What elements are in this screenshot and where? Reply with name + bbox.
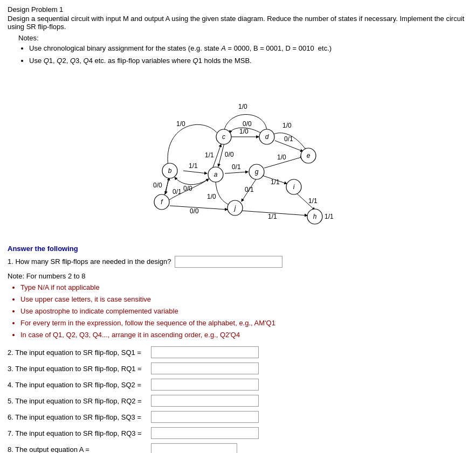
note2-item-5: In case of Q1, Q2, Q3, Q4..., arrange it… <box>20 329 468 341</box>
svg-text:1/0: 1/0 <box>277 154 286 161</box>
svg-line-3 <box>213 144 221 168</box>
question-8-label: 8. The output equation A = <box>8 445 148 453</box>
question-4-row: 4. The input equation to SR flip-flop, S… <box>8 379 468 391</box>
svg-text:g: g <box>254 168 258 176</box>
question-8-input[interactable] <box>151 443 237 453</box>
question-7-input[interactable] <box>151 427 259 439</box>
svg-text:1/0: 1/0 <box>282 122 292 129</box>
svg-text:b: b <box>168 167 171 175</box>
svg-text:a: a <box>213 171 217 178</box>
note-item-2: Use Q1, Q2, Q3, Q4 etc. as flip-flop var… <box>29 55 468 67</box>
svg-text:0/0: 0/0 <box>225 151 234 158</box>
note-item-1: Use chronological binary assignment for … <box>29 43 468 54</box>
question-2-input[interactable] <box>151 346 259 358</box>
note-section: Note: For numbers 2 to 8 Type N/A if not… <box>8 272 468 341</box>
question-8-row: 8. The output equation A = <box>8 443 468 453</box>
svg-line-0 <box>183 171 207 173</box>
note2-item-1: Type N/A if not applicable <box>20 282 468 294</box>
question-3-input[interactable] <box>151 363 259 374</box>
question-6-input[interactable] <box>151 411 259 423</box>
question-4-label: 4. The input equation to SR flip-flop, S… <box>8 381 148 389</box>
question-5-input[interactable] <box>151 395 259 407</box>
problem-description: Design a sequential circuit with input M… <box>8 15 468 31</box>
question-6-row: 6. The input equation to SR flip-flop, S… <box>8 411 468 423</box>
svg-text:e: e <box>306 152 310 159</box>
question-3-label: 3. The input equation to SR flip-flop, R… <box>8 365 148 373</box>
question-2-label: 2. The input equation to SR flip-flop, S… <box>8 349 148 357</box>
question-1-label: 1. How many SR flip-flops are needed in … <box>8 257 171 266</box>
svg-text:1/0: 1/0 <box>238 103 247 110</box>
question-2-row: 2. The input equation to SR flip-flop, S… <box>8 346 468 358</box>
notes-title: Notes: <box>18 34 468 42</box>
svg-text:1/1: 1/1 <box>271 178 280 186</box>
svg-text:0/1: 0/1 <box>232 163 241 171</box>
svg-line-13 <box>225 172 248 173</box>
question-6-label: 6. The input equation to SR flip-flop, S… <box>8 413 148 421</box>
svg-text:c: c <box>222 133 225 141</box>
state-diagram: 1/1 0/0 1/1 0/0 1/0 0/0 0/1 1/0 0/1 1/0 <box>8 72 468 239</box>
answer-heading: Answer the following <box>8 245 468 253</box>
question-5-label: 5. The input equation to SR flip-flop, R… <box>8 397 148 405</box>
svg-text:0/0: 0/0 <box>153 182 162 189</box>
question-5-row: 5. The input equation to SR flip-flop, R… <box>8 395 468 407</box>
problem-title: Design Problem 1 <box>8 5 468 13</box>
svg-text:1/0: 1/0 <box>239 128 249 135</box>
svg-text:1/1: 1/1 <box>268 213 277 220</box>
question-4-input[interactable] <box>151 379 259 391</box>
svg-text:0/1: 0/1 <box>245 186 254 193</box>
svg-text:h: h <box>313 213 316 220</box>
question-1-input[interactable] <box>175 256 282 268</box>
question-3-row: 3. The input equation to SR flip-flop, R… <box>8 363 468 374</box>
question-7-label: 7. The input equation to SR flip-flop, R… <box>8 429 148 437</box>
svg-text:1/0: 1/0 <box>207 193 216 200</box>
question-7-row: 7. The input equation to SR flip-flop, R… <box>8 427 468 439</box>
svg-text:0/1: 0/1 <box>173 188 182 196</box>
svg-text:i: i <box>293 183 294 191</box>
note-title: Note: For numbers 2 to 8 <box>8 272 468 280</box>
svg-text:1/1: 1/1 <box>308 197 318 205</box>
note2-item-2: Use upper case letters, it is case sensi… <box>20 294 468 305</box>
svg-line-5 <box>218 143 224 166</box>
svg-text:1/0: 1/0 <box>176 120 185 128</box>
svg-text:1/1: 1/1 <box>325 213 334 220</box>
svg-text:d: d <box>265 133 268 141</box>
svg-text:0/0: 0/0 <box>190 207 199 215</box>
svg-text:1/1: 1/1 <box>205 151 214 159</box>
note2-item-3: Use apostrophe to indicate complemented … <box>20 305 468 317</box>
svg-text:0/0: 0/0 <box>243 120 252 128</box>
svg-text:1/1: 1/1 <box>189 162 198 170</box>
question-1-row: 1. How many SR flip-flops are needed in … <box>8 256 468 268</box>
note2-item-4: For every term in the expression, follow… <box>20 317 468 329</box>
